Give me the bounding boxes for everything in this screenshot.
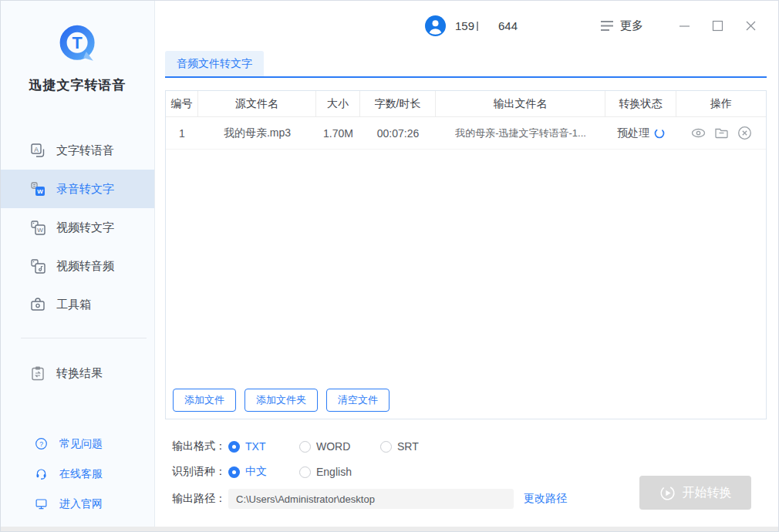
- output-path-row: 输出路径： 更改路径: [172, 490, 567, 507]
- remove-file-icon[interactable]: [737, 126, 752, 140]
- start-conversion-button[interactable]: 开始转换: [639, 476, 751, 510]
- svg-text:?: ?: [39, 440, 43, 448]
- radio-word[interactable]: [299, 441, 311, 453]
- format-option-txt[interactable]: TXT: [228, 440, 299, 453]
- sidebar: T 迅捷文字转语音 A 文字转语音 W 录音转文字: [1, 1, 155, 532]
- file-table: 编号 源文件名 大小 字数/时长 输出文件名 转换状态 操作 1 我的母亲.mp…: [165, 90, 767, 419]
- sidebar-item-label: 视频转音频: [56, 259, 114, 274]
- language-row: 识别语种： 中文 English: [172, 463, 352, 480]
- close-icon[interactable]: [745, 20, 757, 32]
- cell-size: 1.70M: [316, 117, 360, 149]
- headset-icon: [35, 467, 48, 480]
- radio-chinese-label: 中文: [245, 465, 267, 479]
- sidebar-links: ? 常见问题 在线客服 进入官网: [1, 429, 154, 519]
- language-label: 识别语种：: [172, 465, 228, 479]
- user-avatar[interactable]: [425, 15, 446, 36]
- open-folder-icon[interactable]: [714, 126, 729, 140]
- header-size: 大小: [316, 91, 360, 116]
- cell-output-name: 我的母亲-迅捷文字转语音-1...: [436, 117, 605, 149]
- header-index: 编号: [166, 91, 198, 116]
- output-path-label: 输出路径：: [172, 492, 228, 506]
- change-path-link[interactable]: 更改路径: [524, 492, 567, 506]
- tab-audio-file-to-text[interactable]: 音频文件转文字: [165, 51, 264, 76]
- start-conversion-label: 开始转换: [683, 485, 732, 501]
- sidebar-item-text-to-speech[interactable]: A 文字转语音: [1, 131, 154, 170]
- radio-chinese[interactable]: [228, 466, 240, 478]
- more-menu-button[interactable]: 更多: [601, 19, 643, 33]
- maximize-icon[interactable]: [712, 20, 723, 32]
- header-operation: 操作: [676, 91, 766, 116]
- add-file-button[interactable]: 添加文件: [173, 389, 236, 412]
- cell-status: 预处理: [605, 117, 676, 149]
- minimize-icon[interactable]: [679, 20, 690, 32]
- radio-english[interactable]: [299, 466, 311, 478]
- main-area: 159 644 更多 音频文件转: [155, 1, 779, 532]
- link-label: 在线客服: [59, 467, 103, 481]
- cell-index: 1: [166, 117, 198, 149]
- output-format-row: 输出格式： TXT WORD SRT: [172, 438, 419, 455]
- language-option-english[interactable]: English: [299, 466, 352, 478]
- sidebar-item-label: 转换结果: [56, 366, 103, 381]
- link-official-site[interactable]: 进入官网: [1, 489, 154, 519]
- link-online-support[interactable]: 在线客服: [1, 459, 154, 489]
- toolbox-icon: [30, 297, 46, 312]
- topbar: 159 644 更多: [155, 1, 779, 51]
- sidebar-item-video-to-audio[interactable]: 视频转音频: [1, 247, 154, 285]
- window-controls: [679, 20, 757, 32]
- link-label: 进入官网: [59, 497, 103, 511]
- sidebar-item-video-to-text[interactable]: W 视频转文字: [1, 208, 154, 247]
- table-row: 1 我的母亲.mp3 1.70M 00:07:26 我的母亲-迅捷文字转语音-1…: [166, 117, 766, 150]
- preview-eye-icon[interactable]: [691, 126, 706, 140]
- question-circle-icon: ?: [35, 437, 48, 450]
- sidebar-item-label: 录音转文字: [56, 182, 114, 197]
- sidebar-item-audio-to-text[interactable]: W 录音转文字: [1, 170, 154, 208]
- loading-spinner-icon: [654, 128, 665, 139]
- video-to-audio-icon: [30, 258, 46, 274]
- radio-txt-label: TXT: [245, 440, 265, 453]
- language-option-chinese[interactable]: 中文: [228, 465, 299, 479]
- cell-source-name: 我的母亲.mp3: [198, 117, 316, 149]
- masked-digit: [477, 22, 478, 31]
- radio-english-label: English: [316, 466, 352, 478]
- account-number-suffix: 644: [498, 19, 518, 32]
- output-path-input[interactable]: [228, 489, 514, 509]
- format-option-word[interactable]: WORD: [299, 440, 380, 453]
- file-buttons: 添加文件 添加文件夹 清空文件: [173, 389, 390, 412]
- table-header-row: 编号 源文件名 大小 字数/时长 输出文件名 转换状态 操作: [166, 91, 766, 117]
- tab-bar: 音频文件转文字: [165, 51, 767, 78]
- app-name: 迅捷文字转语音: [1, 76, 154, 94]
- results-clipboard-icon: [30, 365, 46, 381]
- link-faq[interactable]: ? 常见问题: [1, 429, 154, 459]
- radio-txt[interactable]: [228, 441, 240, 453]
- sidebar-item-label: 文字转语音: [56, 143, 114, 158]
- svg-text:W: W: [37, 188, 43, 195]
- radio-word-label: WORD: [316, 440, 350, 453]
- format-option-srt[interactable]: SRT: [380, 440, 419, 453]
- cell-operations: [676, 117, 766, 149]
- sidebar-divider: [21, 338, 147, 338]
- header-status: 转换状态: [605, 91, 676, 116]
- svg-text:W: W: [37, 227, 43, 234]
- svg-text:A: A: [34, 146, 39, 153]
- svg-text:T: T: [72, 33, 82, 52]
- play-refresh-icon: [659, 485, 676, 501]
- logo-box: T 迅捷文字转语音: [1, 1, 154, 94]
- sidebar-item-toolbox[interactable]: 工具箱: [1, 285, 154, 324]
- cell-duration: 00:07:26: [360, 117, 436, 149]
- sidebar-item-results[interactable]: 转换结果: [1, 354, 154, 392]
- audio-to-text-icon: W: [30, 181, 46, 197]
- header-words-duration: 字数/时长: [360, 91, 436, 116]
- app-window: T 迅捷文字转语音 A 文字转语音 W 录音转文字: [0, 0, 779, 532]
- more-label: 更多: [620, 19, 643, 33]
- add-folder-button[interactable]: 添加文件夹: [244, 389, 318, 412]
- radio-srt[interactable]: [380, 441, 392, 453]
- sidebar-nav: A 文字转语音 W 录音转文字 W: [1, 131, 154, 324]
- video-to-text-icon: W: [30, 220, 46, 235]
- header-output-name: 输出文件名: [436, 91, 605, 116]
- sidebar-item-label: 视频转文字: [56, 221, 114, 235]
- clear-files-button[interactable]: 清空文件: [326, 389, 390, 412]
- link-label: 常见问题: [59, 437, 103, 451]
- text-to-speech-icon: A: [30, 143, 46, 158]
- output-format-label: 输出格式：: [172, 439, 228, 453]
- header-source-name: 源文件名: [198, 91, 316, 116]
